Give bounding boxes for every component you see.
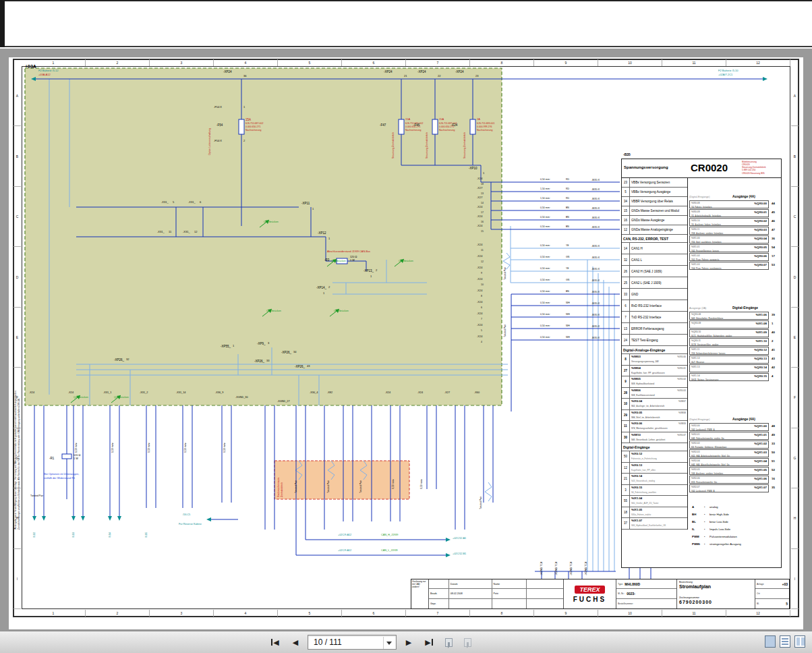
schematic-label: +03A.A12 [38,74,51,77]
grid-row-label: C [13,187,21,247]
wire-connector-pin: 17 [481,211,484,214]
single-page-view-icon[interactable] [765,635,776,648]
navigation-toolbar: ◀ ◀ 10 / 111 ▶ ▶ [0,631,812,653]
module-power-row: 12GNDa Masse Analogeingänge [622,225,687,235]
output-row: %IX1.13%QX0.1442 [689,364,782,373]
module-can-row: 32CAN1 L [622,254,687,266]
wire-color: RD [566,197,569,200]
next-page-button[interactable]: ▶ [401,635,417,650]
wire-connector-pin: 18 [481,183,484,186]
output-row: %QX0.10%IX1.09S171_Hochdruckfilter_Schwe… [689,329,782,338]
module-can-row: 33GND [622,289,687,300]
output-row: %IX2.05%QX1.05Y49_Ausleger_senken_freige… [689,467,782,476]
schematic-label: -F47 [380,123,386,127]
grid-row-label: G [791,428,799,488]
schematic-label: -X60 [474,391,480,394]
schematic-label: -X31_14 [176,391,185,394]
schematic-label: 0.000.650.271 [245,125,260,128]
next-view-button[interactable] [460,635,475,650]
module-io-row: 12%IX0.13Kugelhahn_fuer_FP_offen [622,463,687,474]
schematic-label: -X24 [385,391,390,394]
wire-connector-pin: 11 [481,249,484,252]
first-page-button[interactable]: ◀ [267,635,283,650]
schematic-label: -X31_1 [103,391,111,394]
grid-row-label: A [791,66,799,126]
grid-col-label: 1 [22,610,86,617]
grid-col-label: 11 [662,610,726,617]
schematic-label: 33 [266,360,269,363]
legend-row: Aanalog [692,503,781,511]
wire-color: GN [566,256,569,258]
wire-connector-pin: 15 [481,230,484,233]
module-model: CR0020 [691,162,728,173]
schematic-label: 1,50 mm² [111,443,114,453]
module-io-row: 21%IX0.14S43_Steuerdruck_niedrig [622,474,687,485]
grid-row-label: I [791,549,799,609]
page-dropdown-caret[interactable] [386,642,392,645]
previous-view-button[interactable] [441,635,456,650]
top-toolbar [0,0,812,47]
output-row: %IX1.02%QX0.06Y62_Prop_Fahren_vorwaerts1… [689,253,782,262]
grid-row-label: D [791,247,799,307]
output-row: %IX2.03%QX1.03H23_H44_Arbeitsscheinwerfe… [689,449,782,458]
module-io-row: 18%IX1.05S30a_Fahren_inaktiv [622,507,687,519]
wire-gauge: 1,50 mm² [540,188,550,190]
schematic-label: 2A [477,118,480,121]
schematic-label: 1 [328,237,330,241]
schematic-label: 15A [439,118,444,121]
wire-connector-tag: -X24 [477,215,482,218]
last-page-button[interactable]: ▶ [421,635,437,650]
schematic-label: Twisted Pair [504,324,506,337]
schematic-label: 1 [483,172,484,175]
last-page-bar-icon [432,639,433,646]
schematic-label: Bei Optionen im Unterwagen, [44,473,79,476]
schematic-label: -F54:X [214,106,222,109]
wire-color: GN [566,279,569,281]
continuous-view-icon[interactable] [780,635,790,648]
module-io-row: 27%IW04%IX0.01Kugelhahn_fuer_FP_geschlos… [622,366,687,377]
schematic-label: F2 Batterie /5.12 [38,69,59,73]
output-row: %IX2.07%QX1.07Y42_Lenkventil_PWM_B35 [689,484,782,493]
wire-gauge: 0,50 mm² [540,216,550,219]
page-number-input[interactable]: 10 / 111 [308,635,397,650]
grid-row-label: A [13,66,21,126]
wire-gauge: 0,50 mm² [540,313,550,316]
next-view-icon [464,638,471,647]
schematic-label: -XP24 [455,70,464,74]
wire-gauge: 0,50 mm² [540,324,550,327]
grid-col-label: 3 [150,610,214,617]
previous-page-button[interactable]: ◀ [287,635,303,650]
wire-gauge: 1,50 mm² [540,197,550,200]
schematic-label: 15A [405,118,410,121]
schematic-label: -R1 [49,457,54,460]
wire-connector-pin: 6 [481,306,482,309]
schematic-sheet: 123456789101112 123456789101112 ABCDEFGH… [9,57,803,629]
schematic-label: -X24 [417,391,423,394]
schematic-label: -XP13_ [364,269,374,273]
grid-col-label: 4 [214,610,278,617]
wire-connector-pin: 13 [481,192,484,195]
schematic-label: 0,50 mm² [184,443,187,453]
schematic-label: /9.B2 [33,532,36,538]
grid-row-label: D [13,247,21,307]
schematic-label: 6JS.711.683-001 [477,122,494,125]
grid-col-label: 8 [470,59,534,66]
schematic-label: CAN_L_J1939 [381,549,398,552]
schematic-label: /9.B4 [109,532,111,538]
schematic-label: +02A/7.2C1 [718,74,732,77]
fuchs-wordmark: FUCHS [564,596,616,603]
schematic-label: 12 [194,231,197,234]
wire-color: BN [566,290,569,293]
schematic-label: 21 [404,75,407,78]
schematic-label: Steuerung Zentralelektrik [463,132,466,159]
schematic-label: -XP24 [223,70,232,74]
two-page-view-icon[interactable] [794,635,805,648]
wire-connector-tag: -X24 [477,300,482,304]
wire-connector-pin: 10 [481,283,484,286]
wire-gauge: 0,50 mm² [540,256,550,258]
first-page-icon: ◀ [273,638,279,647]
output-row: %IX0.11%QX0.03Y58_Ausleger_senken_freige… [689,227,782,235]
schematic-label: 1,50 mm² [75,443,78,453]
module-io-row: 9%IW05%IX0.02S09_Hydraulikoelstand [622,376,687,388]
schematic-label: 1 [370,275,372,279]
